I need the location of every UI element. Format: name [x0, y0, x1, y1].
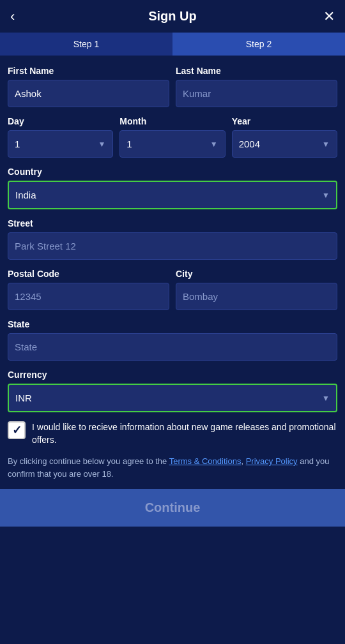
day-select-wrapper: 1 2 3 4 5 6 7 8 9 10 11 12 13 14 15 16 1 [8, 130, 113, 158]
postal-code-label: Postal Code [8, 269, 169, 279]
first-name-label: First Name [8, 66, 169, 76]
year-select[interactable]: 2004 2003 2002 2001 2000 1999 1998 [232, 130, 337, 158]
privacy-policy-link[interactable]: Privacy Policy [246, 456, 298, 466]
month-select[interactable]: 1 2 3 4 5 6 7 8 9 10 11 12 [119, 130, 225, 158]
last-name-input[interactable] [176, 80, 337, 107]
currency-select-wrapper: INR USD EUR GBP AUD [8, 384, 337, 412]
step-1-indicator[interactable]: Step 1 [0, 33, 172, 56]
year-group: Year 2004 2003 2002 2001 2000 1999 1998 [232, 116, 337, 158]
street-label: Street [8, 218, 337, 228]
year-label: Year [232, 116, 337, 126]
terms-conditions-link[interactable]: Terms & Conditions [169, 456, 241, 466]
street-group: Street [8, 218, 337, 260]
first-name-group: First Name [8, 66, 169, 107]
header: ‹ Sign Up ✕ [0, 0, 345, 33]
last-name-group: Last Name [176, 66, 337, 107]
month-select-wrapper: 1 2 3 4 5 6 7 8 9 10 11 12 [119, 130, 225, 158]
state-group: State [8, 319, 337, 361]
country-row: Country India USA UK Australia Canada [8, 167, 337, 209]
newsletter-checkbox[interactable]: ✓ [8, 421, 26, 439]
country-select[interactable]: India USA UK Australia Canada [8, 181, 337, 209]
state-input[interactable] [8, 333, 337, 361]
country-select-wrapper: India USA UK Australia Canada [8, 181, 337, 209]
terms-text-prefix: By clicking continue below you agree to … [8, 456, 169, 466]
month-group: Month 1 2 3 4 5 6 7 8 9 10 11 12 [119, 116, 225, 158]
year-select-wrapper: 2004 2003 2002 2001 2000 1999 1998 [232, 130, 337, 158]
day-group: Day 1 2 3 4 5 6 7 8 9 10 11 12 13 14 [8, 116, 113, 158]
city-input[interactable] [176, 283, 337, 310]
currency-row: Currency INR USD EUR GBP AUD [8, 370, 337, 412]
month-label: Month [119, 116, 225, 126]
state-label: State [8, 319, 337, 329]
currency-select[interactable]: INR USD EUR GBP AUD [8, 384, 337, 412]
back-button[interactable]: ‹ [10, 8, 15, 25]
country-group: Country India USA UK Australia Canada [8, 167, 337, 209]
first-name-input[interactable] [8, 80, 169, 107]
terms-comma: , [241, 456, 245, 466]
day-select[interactable]: 1 2 3 4 5 6 7 8 9 10 11 12 13 14 15 16 1 [8, 130, 113, 158]
continue-button[interactable]: Continue [0, 489, 345, 527]
day-label: Day [8, 116, 113, 126]
close-button[interactable]: ✕ [323, 8, 335, 25]
postal-code-group: Postal Code [8, 269, 169, 310]
newsletter-checkbox-row: ✓ I would like to recieve information ab… [8, 421, 337, 446]
step-indicators: Step 1 Step 2 [0, 33, 345, 56]
step-2-indicator[interactable]: Step 2 [172, 33, 345, 56]
city-label: City [176, 269, 337, 279]
state-row: State [8, 319, 337, 361]
newsletter-label: I would like to recieve information abou… [32, 421, 337, 446]
page-title: Sign Up [148, 9, 197, 24]
city-group: City [176, 269, 337, 310]
name-row: First Name Last Name [8, 66, 337, 107]
postal-city-row: Postal Code City [8, 269, 337, 310]
terms-text: By clicking continue below you agree to … [8, 455, 337, 480]
postal-code-input[interactable] [8, 283, 169, 310]
currency-label: Currency [8, 370, 337, 380]
street-input[interactable] [8, 232, 337, 260]
bottom-bar: Continue [0, 489, 345, 527]
last-name-label: Last Name [176, 66, 337, 76]
currency-group: Currency INR USD EUR GBP AUD [8, 370, 337, 412]
country-label: Country [8, 167, 337, 177]
signup-form: First Name Last Name Day 1 2 3 4 5 6 7 8 [0, 56, 345, 412]
dob-row: Day 1 2 3 4 5 6 7 8 9 10 11 12 13 14 [8, 116, 337, 158]
checkmark-icon: ✓ [12, 423, 22, 437]
street-row: Street [8, 218, 337, 260]
